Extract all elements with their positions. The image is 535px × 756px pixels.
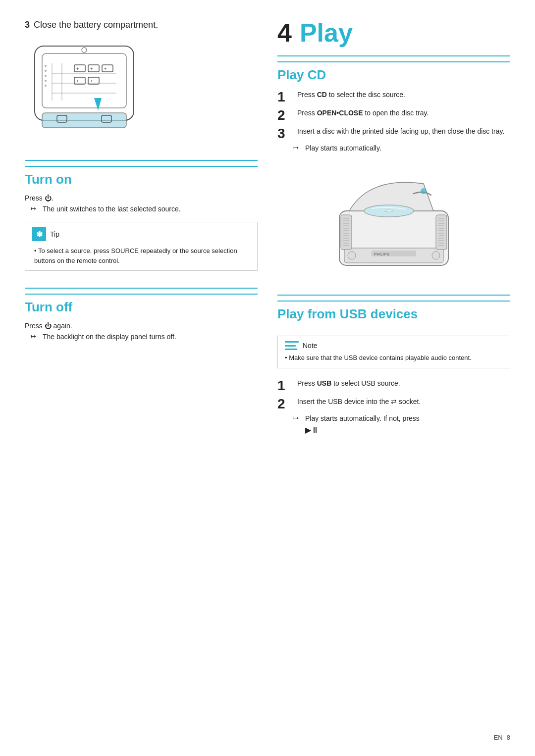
page-lang: EN (494, 734, 503, 741)
chapter-title: Play (300, 20, 353, 46)
turn-on-result-text: The unit switches to the last selected s… (43, 205, 181, 213)
arrow-icon-4: ↦ (293, 414, 302, 422)
svg-point-25 (45, 80, 47, 82)
right-column: 4 Play Play CD 1 Press CD to select the … (277, 20, 510, 726)
svg-point-34 (432, 252, 440, 259)
turn-off-heading: Turn off (25, 294, 258, 315)
tip-content: • To select a source, press SOURCE repea… (32, 246, 250, 265)
play-cd-arrow: ↦ Play starts automatically. (293, 144, 510, 152)
play-usb-step2-text: Insert the USB device into the ⇄ socket. (297, 397, 510, 407)
play-pause-symbol: ▶⏸ (305, 426, 319, 434)
page-footer: EN 8 (494, 734, 510, 741)
tip-title-text: Tip (50, 230, 59, 238)
svg-point-24 (45, 75, 47, 77)
play-usb-step1-number: 1 (277, 378, 293, 394)
chapter-heading: 4 Play (277, 20, 510, 46)
note-header: Note (285, 341, 503, 350)
chapter-number: 4 (277, 20, 292, 46)
play-cd-step1-number: 1 (277, 90, 293, 105)
tip-bullet-text: To select a source, press SOURCE repeate… (34, 247, 237, 264)
svg-text:+: + (104, 66, 107, 71)
left-column: 3 Close the battery compartment. + + (25, 20, 258, 726)
turn-off-result: ↦ The backlight on the display panel tur… (31, 333, 258, 341)
svg-text:+: + (90, 66, 93, 71)
turn-off-result-text: The backlight on the display panel turns… (43, 333, 176, 341)
play-usb-divider (277, 295, 510, 296)
svg-point-21 (82, 48, 87, 52)
turn-on-result: ↦ The unit switches to the last selected… (31, 205, 258, 213)
turn-off-press: Press ⏻ again. (25, 322, 258, 330)
svg-text:+: + (76, 79, 79, 84)
play-usb-step1-text: Press USB to select USB source. (297, 378, 510, 389)
play-cd-step3-text: Insert a disc with the printed side faci… (297, 126, 510, 137)
play-usb-step2-row: 2 Insert the USB device into the ⇄ socke… (277, 397, 510, 412)
play-usb-heading: Play from USB devices (277, 301, 510, 322)
note-content: • Make sure that the USB device contains… (285, 353, 503, 363)
turn-on-heading: Turn on (25, 166, 258, 187)
arrow-icon: ↦ (31, 205, 40, 212)
play-usb-arrow-text: Play starts automatically. If not, press (305, 414, 420, 422)
arrow-icon-2: ↦ (31, 333, 40, 340)
note-icon (285, 341, 299, 350)
svg-point-33 (348, 252, 356, 259)
play-cd-step2-row: 2 Press OPEN•CLOSE to open the disc tray… (277, 108, 510, 123)
play-usb-arrow: ↦ Play starts automatically. If not, pre… (293, 414, 510, 422)
arrow-icon-3: ↦ (293, 144, 302, 151)
play-cd-step2-number: 2 (277, 108, 293, 123)
play-cd-step2-text: Press OPEN•CLOSE to open the disc tray. (297, 108, 510, 118)
page-number-text: 8 (507, 734, 510, 741)
step3-header: 3 Close the battery compartment. (25, 20, 258, 30)
svg-text:PHILIPS: PHILIPS (374, 252, 389, 256)
step3-text: Close the battery compartment. (34, 20, 158, 30)
svg-rect-17 (42, 113, 126, 128)
svg-marker-20 (94, 98, 102, 110)
play-usb-step2-number: 2 (277, 397, 293, 412)
cd-player-illustration: PHILIPS (277, 161, 510, 286)
note-bullet-text: Make sure that the USB device contains p… (289, 354, 472, 361)
turn-off-divider (25, 288, 258, 289)
svg-point-22 (45, 65, 47, 67)
svg-point-26 (45, 85, 47, 87)
svg-point-29 (385, 210, 393, 212)
play-cd-step3-row: 3 Insert a disc with the printed side fa… (277, 126, 510, 142)
tip-box: ✱ Tip • To select a source, press SOURCE… (25, 222, 258, 271)
play-cd-arrow-text: Play starts automatically. (305, 144, 381, 152)
play-cd-step3-number: 3 (277, 126, 293, 142)
svg-rect-1 (42, 53, 126, 108)
play-cd-step1-row: 1 Press CD to select the disc source. (277, 90, 510, 105)
step3-number: 3 (25, 20, 30, 30)
svg-text:+: + (76, 66, 79, 71)
play-cd-divider (277, 55, 510, 56)
battery-illustration: + + + + + (25, 41, 144, 140)
tip-icon: ✱ (32, 227, 46, 241)
note-box: Note • Make sure that the USB device con… (277, 336, 510, 368)
turn-on-divider (25, 160, 258, 161)
svg-point-61 (421, 188, 427, 194)
play-cd-step1-text: Press CD to select the disc source. (297, 90, 510, 100)
play-usb-step1-row: 1 Press USB to select USB source. (277, 378, 510, 394)
play-cd-heading: Play CD (277, 61, 510, 83)
svg-point-23 (45, 70, 47, 72)
svg-text:+: + (90, 79, 93, 84)
note-title-text: Note (303, 342, 318, 350)
play-pause-symbol-row: ▶⏸ (305, 425, 510, 435)
svg-rect-48 (436, 215, 447, 250)
svg-rect-35 (341, 215, 352, 250)
turn-on-press: Press ⏻. (25, 194, 258, 202)
tip-header: ✱ Tip (32, 227, 250, 241)
